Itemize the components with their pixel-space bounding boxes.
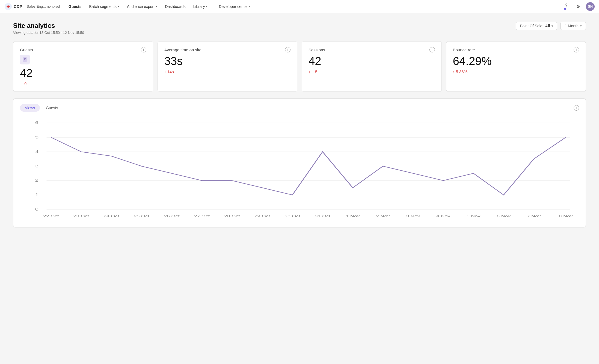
metric-card-bounce-rate: Bounce rate i 64.29% ↑ 5.36%: [446, 41, 586, 92]
metric-value-avg-time: 33s: [164, 55, 291, 68]
info-icon-sessions[interactable]: i: [429, 47, 435, 52]
help-button[interactable]: ?: [562, 1, 571, 10]
page-header: Site analytics Viewing data for 13 Oct 1…: [13, 22, 586, 35]
svg-text:4 Nov: 4 Nov: [436, 214, 450, 218]
time-label: 1 Month: [565, 24, 579, 28]
info-icon-guests[interactable]: i: [141, 47, 146, 52]
svg-text:2 Nov: 2 Nov: [376, 214, 390, 218]
metric-title-guests: Guests: [20, 48, 33, 52]
nav-item-batch-segments[interactable]: Batch segments ▾: [86, 3, 123, 10]
svg-text:1 Nov: 1 Nov: [346, 214, 360, 218]
svg-text:3: 3: [35, 164, 39, 168]
app-context-label: Sales Eng... nonprod: [27, 4, 60, 8]
tab-views[interactable]: Views: [20, 104, 40, 112]
pos-label: Point Of Sale:: [520, 24, 543, 28]
pos-value: All: [545, 24, 550, 28]
svg-text:31 Oct: 31 Oct: [315, 214, 331, 218]
nav-item-dashboards[interactable]: Dashboards: [162, 3, 189, 10]
svg-text:5: 5: [35, 135, 39, 139]
svg-text:23 Oct: 23 Oct: [73, 214, 89, 218]
settings-button[interactable]: ⚙: [574, 2, 583, 11]
page-title: Site analytics: [13, 22, 84, 29]
chevron-down-icon: ▾: [156, 5, 157, 8]
up-arrow-icon: ↑: [453, 70, 455, 74]
chart-header: Views Guests i: [20, 104, 579, 112]
svg-text:1: 1: [35, 193, 39, 197]
metric-value-sessions: 42: [309, 55, 435, 68]
nav-divider: [213, 3, 213, 10]
metric-title-bounce-rate: Bounce rate: [453, 48, 475, 52]
metric-delta-sessions: ↓ -15: [309, 69, 435, 74]
metric-delta-avg-time: ↓ 14s: [164, 69, 291, 74]
point-of-sale-button[interactable]: Point Of Sale: All ▾: [516, 22, 557, 30]
svg-text:24 Oct: 24 Oct: [103, 214, 119, 218]
line-chart: 6 5 4 3 2 1 0 22 Oct 23 Oct 24 Oct 25 Oc…: [20, 117, 579, 221]
nav-items: Guests Batch segments ▾ Audience export …: [65, 3, 560, 10]
cdp-logo-icon: [4, 3, 12, 10]
nav-right-controls: ? ⚙ SH: [562, 1, 595, 12]
chevron-down-icon: ▾: [580, 24, 582, 28]
svg-text:0: 0: [35, 207, 39, 211]
page-title-block: Site analytics Viewing data for 13 Oct 1…: [13, 22, 84, 35]
metric-card-avg-time: Average time on site i 33s ↓ 14s: [158, 41, 298, 92]
metric-delta-bounce-rate: ↑ 5.36%: [453, 69, 579, 74]
metric-title-avg-time: Average time on site: [164, 48, 201, 52]
svg-text:22 Oct: 22 Oct: [43, 214, 59, 218]
svg-point-1: [7, 6, 9, 7]
chevron-down-icon: ▾: [249, 5, 251, 8]
nav-item-library[interactable]: Library ▾: [190, 3, 211, 10]
metric-card-guests: Guests i 42 ↓ -9: [13, 41, 153, 92]
chevron-down-icon: ▾: [206, 5, 207, 8]
app-logo[interactable]: CDP: [4, 3, 22, 10]
chart-info-icon[interactable]: i: [574, 105, 579, 111]
tab-guests[interactable]: Guests: [41, 104, 63, 112]
nav-item-developer-center[interactable]: Developer center ▾: [215, 3, 254, 10]
main-content: Site analytics Viewing data for 13 Oct 1…: [0, 13, 599, 236]
down-arrow-icon: ↓: [20, 82, 22, 86]
page-subtitle: Viewing data for 13 Oct 15:50 - 12 Nov 1…: [13, 31, 84, 35]
metric-title-sessions: Sessions: [309, 48, 325, 52]
down-arrow-icon: ↓: [309, 70, 310, 74]
svg-text:8 Nov: 8 Nov: [559, 214, 573, 218]
top-navigation: CDP Sales Eng... nonprod Guests Batch se…: [0, 0, 599, 13]
app-brand-label: CDP: [14, 4, 22, 9]
metric-value-bounce-rate: 64.29%: [453, 55, 579, 68]
user-avatar[interactable]: SH: [586, 2, 595, 11]
svg-text:25 Oct: 25 Oct: [134, 214, 150, 218]
svg-text:6: 6: [35, 120, 39, 125]
time-period-button[interactable]: 1 Month ▾: [561, 22, 586, 30]
svg-text:2: 2: [35, 178, 39, 182]
chevron-down-icon: ▾: [118, 5, 119, 8]
svg-text:26 Oct: 26 Oct: [164, 214, 180, 218]
svg-text:27 Oct: 27 Oct: [194, 214, 210, 218]
svg-text:6 Nov: 6 Nov: [497, 214, 511, 218]
metric-value-guests: 42: [20, 67, 146, 80]
chart-container: 6 5 4 3 2 1 0 22 Oct 23 Oct 24 Oct 25 Oc…: [20, 117, 579, 222]
nav-item-audience-export[interactable]: Audience export ▾: [124, 3, 161, 10]
svg-text:28 Oct: 28 Oct: [224, 214, 240, 218]
guests-icon: [20, 55, 30, 64]
notification-dot: [564, 8, 566, 10]
nav-item-guests[interactable]: Guests: [65, 3, 85, 10]
svg-text:29 Oct: 29 Oct: [254, 214, 270, 218]
down-arrow-icon: ↓: [164, 70, 166, 74]
page-controls: Point Of Sale: All ▾ 1 Month ▾: [516, 22, 586, 30]
chart-section: Views Guests i 6 5 4 3 2 1: [13, 98, 586, 227]
svg-text:4: 4: [35, 149, 39, 154]
svg-text:3 Nov: 3 Nov: [406, 214, 420, 218]
chart-tabs: Views Guests: [20, 104, 63, 112]
info-icon-bounce-rate[interactable]: i: [574, 47, 579, 52]
svg-text:30 Oct: 30 Oct: [284, 214, 300, 218]
metric-card-sessions: Sessions i 42 ↓ -15: [302, 41, 442, 92]
svg-text:7 Nov: 7 Nov: [527, 214, 541, 218]
svg-text:5 Nov: 5 Nov: [467, 214, 481, 218]
chevron-down-icon: ▾: [551, 24, 553, 28]
info-icon-avg-time[interactable]: i: [285, 47, 290, 52]
metric-delta-guests: ↓ -9: [20, 81, 146, 86]
metric-cards: Guests i 42 ↓ -9 Average time on site i …: [13, 41, 586, 92]
